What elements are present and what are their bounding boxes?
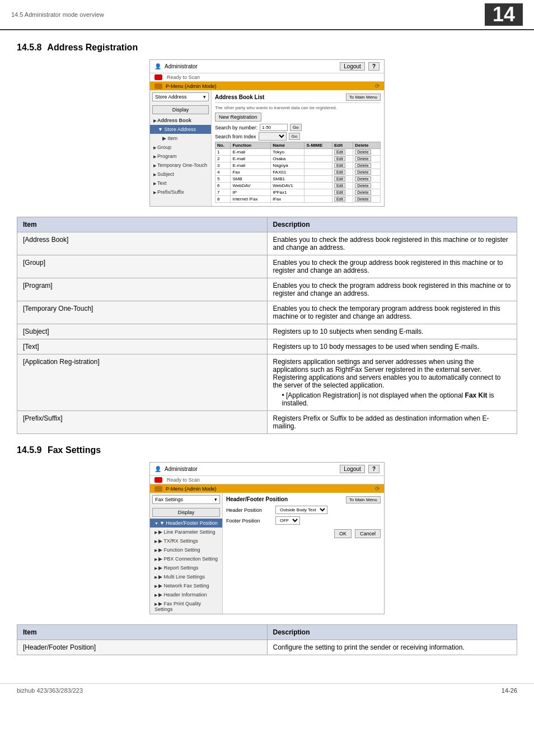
fax-ui-body: Fax Settings ▾ Display ▼ Header/Footer P… xyxy=(150,493,384,614)
fax-sidebar-item[interactable]: ▶ Network Fax Setting xyxy=(150,581,222,590)
col-smime: S-MIME xyxy=(305,142,332,149)
cancel-button[interactable]: Cancel xyxy=(355,529,381,538)
fax-refresh-icon: ⟳ xyxy=(375,486,380,492)
cell-name: WebDAV1 xyxy=(271,183,305,189)
fax-help-button[interactable]: ? xyxy=(368,465,380,473)
fax-sidebar-dropdown[interactable]: Fax Settings ▾ xyxy=(152,495,220,504)
cell-function: SMB xyxy=(231,176,271,183)
sidebar-item-store-address[interactable]: ▼ Store Address xyxy=(150,125,211,134)
delete-button[interactable]: Delete xyxy=(355,150,371,155)
edit-button[interactable]: Edit xyxy=(334,163,345,168)
fax-display-button[interactable]: Display xyxy=(152,508,220,517)
new-registration-button[interactable]: New Registration xyxy=(215,113,261,122)
sidebar-item-group[interactable]: Group xyxy=(150,143,211,152)
sidebar-item-item[interactable]: ▶ Item xyxy=(150,134,211,143)
cell-delete: Delete xyxy=(353,183,381,189)
admin-label: Administrator xyxy=(165,63,198,69)
search-number-input[interactable] xyxy=(260,124,288,131)
col-function: Function xyxy=(231,142,271,149)
help-button[interactable]: ? xyxy=(368,62,380,71)
search-from-index-row: Search from Index Go xyxy=(215,132,381,141)
fax-sidebar-item[interactable]: ▶ Multi Line Settings xyxy=(150,572,222,581)
cell-function: E-mail xyxy=(231,156,271,162)
edit-button[interactable]: Edit xyxy=(334,190,345,195)
delete-button[interactable]: Delete xyxy=(355,197,371,202)
fax-sidebar-item[interactable]: ▶ Report Settings xyxy=(150,563,222,572)
fax-desc-item-col: [Header/Footer Position] xyxy=(17,640,268,655)
dropdown-arrow: ▾ xyxy=(203,94,206,100)
cell-name: Tokyo xyxy=(271,149,305,156)
search-index-select[interactable] xyxy=(259,132,287,141)
fax-action-buttons: OK Cancel xyxy=(226,529,381,538)
desc-table-row: [Subject] Registers up to 10 subjects wh… xyxy=(17,324,517,339)
fax-logout-button[interactable]: Logout xyxy=(340,465,365,473)
cell-no: 3 xyxy=(216,162,231,169)
edit-button[interactable]: Edit xyxy=(334,183,345,188)
edit-button[interactable]: Edit xyxy=(334,170,345,175)
sidebar-item-temporary-one-touch[interactable]: Temporary One-Touch xyxy=(150,161,211,170)
fax-sidebar-item[interactable]: ▶ PBX Connection Setting xyxy=(150,554,222,563)
sidebar-item-subject[interactable]: Subject xyxy=(150,170,211,179)
delete-button[interactable]: Delete xyxy=(355,183,371,188)
desc-text-col: Enables you to check the address book re… xyxy=(267,232,517,255)
cell-smime xyxy=(305,156,332,162)
fax-sidebar-item[interactable]: ▶ TX/RX Settings xyxy=(150,536,222,545)
delete-button[interactable]: Delete xyxy=(355,170,371,175)
fax-sidebar-item[interactable]: ▼ Header/Footer Position xyxy=(150,519,222,528)
cell-edit: Edit xyxy=(332,162,353,169)
edit-button[interactable]: Edit xyxy=(334,156,345,161)
ui-body: Store Address ▾ Display Address Book ▼ S… xyxy=(150,90,384,206)
cell-name: IPFax1 xyxy=(271,189,305,196)
desc-item-col: [Temporary One-Touch] xyxy=(17,301,268,324)
fax-ui-screenshot: 👤 Administrator Logout ? Ready to Scan P… xyxy=(149,462,385,614)
table-row: 1 E-mail Tokyo Edit Delete xyxy=(216,149,381,156)
fax-to-main-menu-button[interactable]: To Main Menu xyxy=(346,496,381,503)
to-main-menu-button[interactable]: To Main Menu xyxy=(346,94,381,101)
delete-button[interactable]: Delete xyxy=(355,190,371,195)
table-row: 3 E-mail Nagoya Edit Delete xyxy=(216,162,381,169)
cell-edit: Edit xyxy=(332,176,353,183)
sidebar-dropdown[interactable]: Store Address ▾ xyxy=(152,92,209,101)
desc-table-header-description: Description xyxy=(267,217,517,232)
sidebar-item-text[interactable]: Text xyxy=(150,179,211,188)
search-index-go-button[interactable]: Go xyxy=(289,133,301,140)
sidebar-item-prefix-suffix[interactable]: Prefix/Suffix xyxy=(150,188,211,197)
fax-sidebar-item[interactable]: ▶ Fax Print Quality Settings xyxy=(150,599,222,614)
cell-edit: Edit xyxy=(332,183,353,189)
cell-name: Nagoya xyxy=(271,162,305,169)
logout-button[interactable]: Logout xyxy=(340,62,365,71)
edit-button[interactable]: Edit xyxy=(334,176,345,181)
edit-button[interactable]: Edit xyxy=(334,150,345,155)
desc-item-col: [Address Book] xyxy=(17,232,268,255)
sidebar-item-address-book[interactable]: Address Book xyxy=(150,116,211,125)
status-bar: Ready to Scan xyxy=(150,73,384,82)
cell-name: iFax xyxy=(271,196,305,203)
cell-no: 6 xyxy=(216,183,231,189)
fax-admin-bar: 👤 Administrator Logout ? xyxy=(150,463,384,476)
cell-delete: Delete xyxy=(353,149,381,156)
header-position-label: Header Position xyxy=(226,507,271,513)
desc-item-col: [Prefix/Suffix] xyxy=(17,411,268,434)
desc-item-col: [Application Reg-istration] xyxy=(17,354,268,411)
fax-sidebar-item[interactable]: ▶ Line Parameter Setting xyxy=(150,528,222,536)
ok-button[interactable]: OK xyxy=(334,529,352,538)
table-row: 5 SMB SMB1 Edit Delete xyxy=(216,176,381,183)
cell-name: FAX01 xyxy=(271,169,305,176)
cell-no: 8 xyxy=(216,196,231,203)
delete-button[interactable]: Delete xyxy=(355,163,371,168)
fax-status-icon xyxy=(154,477,162,483)
cell-edit: Edit xyxy=(332,189,353,196)
ui-main: Address Book List To Main Menu The other… xyxy=(212,90,384,206)
display-button[interactable]: Display xyxy=(152,105,209,114)
delete-button[interactable]: Delete xyxy=(355,156,371,161)
delete-button[interactable]: Delete xyxy=(355,176,371,181)
fax-sidebar-item[interactable]: ▶ Function Setting xyxy=(150,545,222,554)
desc-table-row: [Address Book] Enables you to check the … xyxy=(17,232,517,255)
fax-desc-text-col: Configure the setting to print the sende… xyxy=(267,640,517,655)
edit-button[interactable]: Edit xyxy=(334,197,345,202)
fax-sidebar-item[interactable]: ▶ Header Information xyxy=(150,590,222,599)
header-position-select[interactable]: Outside Body Text xyxy=(275,506,327,514)
sidebar-item-program[interactable]: Program xyxy=(150,152,211,161)
search-number-go-button[interactable]: Go xyxy=(290,124,302,131)
footer-position-select[interactable]: OFF xyxy=(275,516,300,525)
